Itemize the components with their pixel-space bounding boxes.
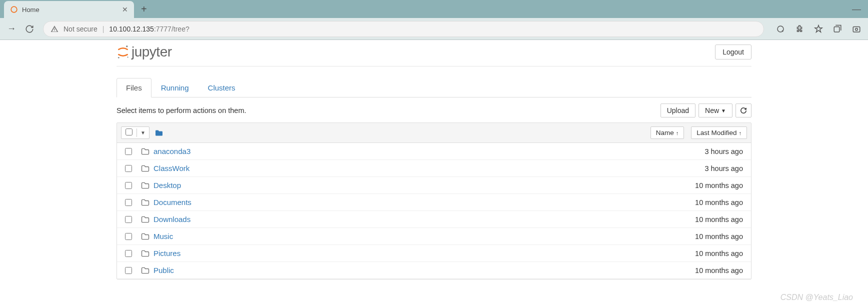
file-name-link[interactable]: anaconda3	[154, 147, 190, 156]
new-tab-button[interactable]: +	[134, 4, 154, 15]
svg-rect-3	[853, 26, 860, 32]
row-checkbox[interactable]	[125, 199, 132, 206]
file-row[interactable]: Music10 months ago	[117, 228, 751, 245]
arrow-up-icon: ↑	[676, 130, 679, 136]
url-text: 10.100.12.135:7777/tree?	[109, 25, 189, 33]
row-checkbox[interactable]	[125, 182, 132, 189]
svg-point-5	[126, 46, 128, 47]
close-icon[interactable]: ✕	[122, 6, 128, 14]
arrow-up-icon: ↑	[739, 130, 742, 136]
tab-strip: Home ✕ + —	[0, 0, 868, 18]
svg-point-6	[118, 57, 120, 58]
file-modified: 10 months ago	[695, 250, 743, 258]
warning-icon	[50, 25, 58, 33]
folder-icon[interactable]	[154, 130, 164, 136]
folder-icon	[141, 182, 150, 189]
row-checkbox[interactable]	[125, 165, 132, 172]
file-name-link[interactable]: ClassWork	[154, 164, 190, 172]
file-row[interactable]: Documents10 months ago	[117, 194, 751, 211]
jupyter-logo-text: jupyter	[132, 44, 172, 60]
window-controls: —	[845, 4, 868, 14]
sort-name[interactable]: Name↑	[650, 126, 684, 139]
row-checkbox[interactable]	[125, 216, 132, 223]
caret-down-icon: ▼	[721, 108, 726, 114]
minimize-icon[interactable]: —	[852, 4, 861, 14]
svg-point-4	[856, 28, 858, 30]
tab-clusters[interactable]: Clusters	[198, 78, 245, 98]
action-hint: Select items to perform actions on them.	[116, 106, 246, 114]
file-modified: 10 months ago	[695, 266, 743, 274]
file-row[interactable]: Desktop10 months ago	[117, 177, 751, 194]
file-name-link[interactable]: Documents	[154, 198, 192, 206]
reload-icon[interactable]	[25, 24, 34, 34]
jupyter-logo-icon	[116, 44, 130, 60]
folder-icon	[141, 165, 150, 172]
row-checkbox[interactable]	[125, 233, 132, 240]
separator: |	[102, 25, 104, 33]
file-name-link[interactable]: Desktop	[154, 181, 181, 190]
reader-icon[interactable]	[776, 24, 785, 34]
file-row[interactable]: Downloads10 months ago	[117, 211, 751, 228]
file-row[interactable]: Pictures10 months ago	[117, 245, 751, 262]
extensions-icon[interactable]	[795, 24, 804, 34]
select-all-checkbox[interactable]	[126, 128, 132, 136]
folder-icon	[141, 267, 150, 274]
security-label: Not secure	[64, 25, 98, 33]
jupyter-page: jupyter Logout Files Running Clusters Se…	[112, 40, 756, 280]
folder-icon	[141, 233, 150, 240]
file-list-header: ▼ Name↑ Last Modified↑	[117, 123, 751, 143]
new-button[interactable]: New▼	[698, 104, 732, 118]
folder-icon	[141, 216, 150, 223]
folder-icon	[141, 250, 150, 257]
upload-button[interactable]: Upload	[660, 104, 696, 118]
file-name-link[interactable]: Public	[154, 266, 174, 274]
jupyter-logo[interactable]: jupyter	[116, 44, 172, 60]
file-row[interactable]: anaconda33 hours ago	[117, 143, 751, 160]
file-list: ▼ Name↑ Last Modified↑ anaconda33 hours …	[116, 122, 752, 280]
favorites-icon[interactable]	[814, 24, 823, 34]
jupyter-header: jupyter Logout	[116, 40, 752, 66]
url-input[interactable]: Not secure | 10.100.12.135:7777/tree?	[43, 21, 764, 37]
file-row[interactable]: Public10 months ago	[117, 262, 751, 279]
jupyter-favicon	[10, 6, 18, 14]
tab-running[interactable]: Running	[152, 78, 198, 98]
file-modified: 10 months ago	[695, 216, 743, 224]
file-name-link[interactable]: Music	[154, 232, 173, 240]
svg-point-0	[11, 6, 17, 12]
caret-down-icon[interactable]: ▼	[136, 128, 149, 137]
file-row[interactable]: ClassWork3 hours ago	[117, 160, 751, 177]
toolbar: Select items to perform actions on them.…	[116, 104, 752, 118]
folder-icon	[141, 199, 150, 206]
refresh-button[interactable]	[736, 104, 752, 118]
svg-rect-2	[834, 26, 840, 32]
file-modified: 3 hours ago	[704, 164, 743, 172]
row-checkbox[interactable]	[125, 250, 132, 257]
file-modified: 10 months ago	[695, 232, 743, 240]
main-tabs: Files Running Clusters	[116, 78, 752, 98]
browser-chrome: Home ✕ + — → Not secure | 10.100.12.135:…	[0, 0, 868, 40]
refresh-icon	[740, 107, 747, 114]
row-checkbox[interactable]	[125, 148, 132, 155]
file-name-link[interactable]: Downloads	[154, 215, 190, 224]
browser-tab[interactable]: Home ✕	[4, 1, 134, 18]
forward-icon[interactable]: →	[7, 24, 16, 34]
folder-icon	[141, 148, 150, 155]
screenshot-icon[interactable]	[852, 24, 861, 34]
sort-modified[interactable]: Last Modified↑	[691, 126, 747, 139]
tab-title: Home	[22, 6, 118, 14]
row-checkbox[interactable]	[125, 267, 132, 274]
file-name-link[interactable]: Pictures	[154, 249, 180, 258]
file-modified: 10 months ago	[695, 182, 743, 190]
tab-files[interactable]: Files	[116, 78, 152, 98]
address-bar: → Not secure | 10.100.12.135:7777/tree?	[0, 18, 868, 40]
logout-button[interactable]: Logout	[715, 44, 752, 60]
svg-point-7	[127, 56, 128, 58]
file-modified: 3 hours ago	[704, 148, 743, 156]
collections-icon[interactable]	[833, 24, 842, 34]
file-modified: 10 months ago	[695, 198, 743, 206]
select-all-control[interactable]: ▼	[121, 126, 150, 139]
